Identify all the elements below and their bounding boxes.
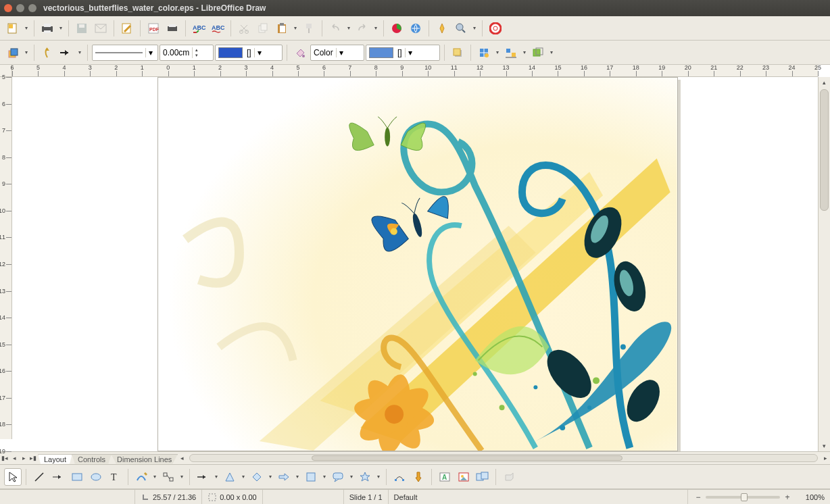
connector-dropdown[interactable]: ▾ <box>178 474 185 480</box>
distribute-button[interactable] <box>529 44 547 61</box>
tab-nav-last[interactable]: ▸▮ <box>28 455 38 461</box>
redo-button[interactable] <box>353 20 371 37</box>
horizontal-ruler[interactable]: 6543210123456789101112131415161718192021… <box>12 65 818 77</box>
arrow-style-dropdown[interactable]: ▾ <box>76 49 83 55</box>
tab-nav-next[interactable]: ▸ <box>19 455 28 461</box>
text-tool[interactable]: T <box>106 468 124 486</box>
export-pdf-button[interactable]: PDF <box>145 20 162 37</box>
window-maximize-button[interactable] <box>28 4 36 12</box>
help-button[interactable] <box>487 20 504 37</box>
block-arrows-tool[interactable] <box>275 468 293 486</box>
print-dropdown[interactable]: ▾ <box>57 25 64 31</box>
line-width-spinbox[interactable]: 0.00cm ▴▾ <box>160 45 214 61</box>
align-button[interactable] <box>502 44 520 61</box>
arrow-style-button[interactable] <box>57 44 75 61</box>
zoom-control[interactable]: − + 100% <box>688 493 830 502</box>
line-color-combo[interactable]: [] ▾ <box>215 45 283 61</box>
symbol-shapes-dropdown[interactable]: ▾ <box>267 474 274 480</box>
fill-type-combo[interactable]: Color ▾ <box>310 45 364 61</box>
symbol-shapes-tool[interactable] <box>248 468 266 486</box>
new-doc-button[interactable] <box>4 20 22 37</box>
hscroll-left[interactable]: ◂ <box>177 455 187 461</box>
fontwork-tool[interactable]: A <box>436 468 454 486</box>
zoom-out-button[interactable]: − <box>693 493 703 502</box>
flowchart-dropdown[interactable]: ▾ <box>321 474 328 480</box>
area-fill-button[interactable] <box>291 44 309 61</box>
drawing-page[interactable] <box>157 77 678 451</box>
line-style-combo[interactable]: ▾ <box>92 45 158 61</box>
edit-file-button[interactable] <box>118 20 136 37</box>
tab-dimension-lines[interactable]: Dimension Lines <box>111 454 178 464</box>
line-endstyle-button[interactable] <box>39 44 56 61</box>
new-doc-dropdown[interactable]: ▾ <box>23 25 30 31</box>
paste-dropdown[interactable]: ▾ <box>292 25 299 31</box>
shadow-button[interactable] <box>449 44 466 61</box>
print-direct-button[interactable] <box>164 20 181 37</box>
hyperlink-button[interactable] <box>407 20 424 37</box>
select-tool[interactable] <box>4 468 22 486</box>
format-paintbrush-button[interactable] <box>300 20 318 37</box>
arrange-dropdown[interactable]: ▾ <box>23 49 30 55</box>
hscroll-thumb[interactable] <box>312 455 622 461</box>
spin-up[interactable]: ▴ <box>195 47 198 53</box>
align-dropdown[interactable]: ▾ <box>521 49 528 55</box>
effects-button[interactable] <box>475 44 493 61</box>
connector-tool[interactable] <box>160 468 177 486</box>
canvas[interactable] <box>12 77 818 451</box>
edit-points-tool[interactable] <box>391 468 408 486</box>
lines-arrows-dropdown[interactable]: ▾ <box>213 474 220 480</box>
flowchart-tool[interactable] <box>302 468 320 486</box>
tab-nav-first[interactable]: ▮◂ <box>0 455 9 461</box>
fill-color-combo[interactable]: [] ▾ <box>366 45 440 61</box>
window-minimize-button[interactable] <box>16 4 24 12</box>
arrow-line-tool[interactable] <box>49 468 67 486</box>
spellcheck-button[interactable]: ABC <box>190 20 208 37</box>
line-tool[interactable] <box>30 468 48 486</box>
vscroll-thumb[interactable] <box>820 89 829 211</box>
ellipse-tool[interactable] <box>87 468 105 486</box>
extrusion-tool[interactable] <box>500 468 518 486</box>
send-mail-button[interactable] <box>92 20 109 37</box>
zoom-in-button[interactable]: + <box>783 493 792 502</box>
hscroll-right[interactable]: ▸ <box>821 455 830 461</box>
gallery-tool[interactable] <box>474 468 491 486</box>
vertical-ruler[interactable]: 5678910111213141516171819 <box>0 77 12 439</box>
distribute-dropdown[interactable]: ▾ <box>548 49 555 55</box>
undo-dropdown[interactable]: ▾ <box>345 25 352 31</box>
tab-controls[interactable]: Controls <box>72 454 112 464</box>
spin-down[interactable]: ▾ <box>195 53 198 58</box>
copy-button[interactable] <box>254 20 272 37</box>
stars-dropdown[interactable]: ▾ <box>375 474 382 480</box>
auto-spellcheck-button[interactable]: ABC <box>209 20 226 37</box>
effects-dropdown[interactable]: ▾ <box>494 49 501 55</box>
block-arrows-dropdown[interactable]: ▾ <box>294 474 301 480</box>
save-button[interactable] <box>73 20 91 37</box>
callouts-dropdown[interactable]: ▾ <box>348 474 355 480</box>
curve-tool[interactable] <box>132 468 150 486</box>
zoom-dropdown[interactable]: ▾ <box>471 25 478 31</box>
insert-image-tool[interactable] <box>455 468 472 486</box>
chart-button[interactable] <box>388 20 406 37</box>
stars-tool[interactable] <box>356 468 374 486</box>
basic-shapes-tool[interactable] <box>221 468 239 486</box>
tab-layout[interactable]: Layout <box>38 454 72 464</box>
zoom-slider[interactable] <box>706 496 780 499</box>
callouts-tool[interactable] <box>329 468 347 486</box>
horizontal-scrollbar[interactable]: ◂ ▸ <box>177 452 830 464</box>
gluepoints-tool[interactable] <box>410 468 427 486</box>
tab-nav-prev[interactable]: ◂ <box>9 455 19 461</box>
zoom-thumb[interactable] <box>741 493 748 501</box>
undo-button[interactable] <box>326 20 344 37</box>
cut-button[interactable] <box>235 20 253 37</box>
vertical-scrollbar[interactable]: ▴ ▾ <box>818 77 830 451</box>
scroll-down-button[interactable]: ▾ <box>819 440 830 451</box>
redo-dropdown[interactable]: ▾ <box>372 25 379 31</box>
curve-dropdown[interactable]: ▾ <box>151 474 158 480</box>
print-button[interactable] <box>39 20 56 37</box>
lines-arrows-tool[interactable] <box>194 468 212 486</box>
window-close-button[interactable] <box>4 4 12 12</box>
zoom-button[interactable] <box>452 20 470 37</box>
scroll-up-button[interactable]: ▴ <box>819 77 830 88</box>
navigator-button[interactable] <box>433 20 451 37</box>
rectangle-tool[interactable] <box>68 468 86 486</box>
